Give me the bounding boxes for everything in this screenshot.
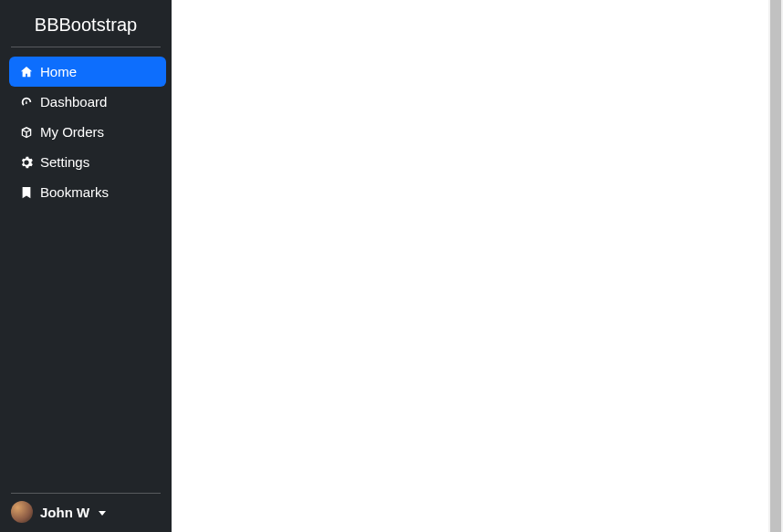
sidebar-item-settings[interactable]: Settings: [9, 147, 166, 177]
user-menu[interactable]: John W: [0, 494, 172, 528]
sidebar-item-label: Dashboard: [40, 94, 107, 110]
box-icon: [20, 126, 33, 139]
sidebar-item-label: Home: [40, 64, 77, 79]
sidebar-item-home[interactable]: Home: [9, 57, 166, 87]
sidebar-item-dashboard[interactable]: Dashboard: [9, 87, 166, 117]
bookmark-icon: [20, 186, 33, 199]
scrollbar[interactable]: [768, 0, 783, 532]
sidebar-item-orders[interactable]: My Orders: [9, 117, 166, 147]
avatar: [11, 501, 33, 523]
scrollbar-thumb[interactable]: [770, 0, 781, 532]
user-name: John W: [40, 505, 89, 520]
nav-list: Home Dashboard My Orders Settings: [0, 47, 172, 207]
gear-icon: [20, 156, 33, 169]
sidebar: BBBootstrap Home Dashboard My Orders: [0, 0, 172, 532]
sidebar-item-bookmarks[interactable]: Bookmarks: [9, 177, 166, 207]
home-icon: [20, 66, 33, 78]
sidebar-item-label: Bookmarks: [40, 184, 109, 200]
brand-title[interactable]: BBBootstrap: [0, 0, 172, 47]
chevron-down-icon: [99, 511, 106, 516]
sidebar-item-label: My Orders: [40, 124, 104, 140]
main-content: [172, 0, 783, 532]
sidebar-item-label: Settings: [40, 154, 89, 170]
speedometer-icon: [20, 96, 33, 109]
